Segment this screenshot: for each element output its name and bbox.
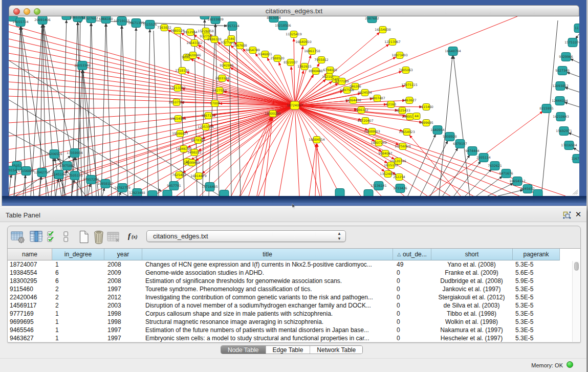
network-canvas[interactable]: 1405572420691406106532671527602646616010… [9,16,579,196]
cell-title: Estimation of significance thresholds fo… [145,277,392,286]
tab-network-table[interactable]: Network Table [310,346,362,354]
column-header-in_degree[interactable]: in_degree [52,249,104,260]
table-chooser-value: citations_edges.txt [153,232,208,240]
vertical-scrollbar[interactable] [572,261,580,342]
table-row[interactable]: 1830029562008Estimation of significance … [8,277,580,286]
select-columns-icon[interactable] [30,230,43,246]
svg-text:1112: 1112 [575,26,579,30]
svg-text:17957255: 17957255 [83,178,99,181]
svg-text:10756928: 10756928 [395,144,411,148]
cell-short: Nakamura et al. (1997) [431,326,512,335]
cell-out_de: 0 [397,277,430,286]
svg-text:20691406: 20691406 [34,18,51,21]
svg-text:6794028: 6794028 [323,68,337,72]
column-header-short[interactable]: short [431,249,513,260]
svg-text:12923448: 12923448 [129,191,145,194]
svg-text:9463627: 9463627 [402,98,417,102]
cell-short: Wolkin et al. (1998) [431,318,512,326]
svg-text:7515526: 7515526 [143,23,157,26]
table-row[interactable]: 2242004622012Investigating the contribut… [8,294,580,302]
table-settings-icon[interactable] [11,230,25,246]
svg-text:22420046: 22420046 [185,53,201,57]
table-panel: Table Panel ✕ [0,206,586,372]
svg-text:2588520: 2588520 [270,56,285,60]
table-row[interactable]: 969969511998Structural magnetic resonanc… [8,318,580,326]
network-graph-svg[interactable]: 1405572420691406106532671527602646616010… [9,16,579,196]
svg-text:8215955: 8215955 [539,106,554,110]
tab-node-table[interactable]: Node Table [221,346,266,354]
canvas-resize-grip[interactable] [572,189,578,194]
cell-pagerank: 5.3E-5 [515,286,559,294]
close-panel-icon[interactable]: ✕ [575,211,582,218]
svg-text:10654112: 10654112 [509,179,526,183]
cell-year: 2008 [107,261,141,269]
cell-in_degree: 2 [55,302,103,310]
svg-text:15720407: 15720407 [357,119,374,122]
svg-text:20206516: 20206516 [46,152,62,156]
window-titlebar[interactable]: citations_edges.txt [9,5,579,16]
table-row[interactable]: 1938455462009Genome-wide association stu… [8,269,580,277]
combo-arrows-icon: ▲▼ [337,231,341,242]
delete-rows-icon[interactable] [93,230,105,246]
svg-text:9777169: 9777169 [335,79,349,83]
svg-text:62160: 62160 [386,102,396,106]
cell-pagerank: 5.9E-5 [515,277,559,286]
select-rows-icon[interactable] [47,230,58,246]
cell-year: 2009 [107,269,141,277]
table-chooser-combobox[interactable]: citations_edges.txt ▲▼ [146,230,346,242]
mouse-cursor [292,204,296,208]
svg-text:20053346: 20053346 [74,63,91,67]
svg-text:16914479: 16914479 [190,174,207,178]
column-header-label: year [117,251,129,258]
svg-text:18724007: 18724007 [287,103,303,107]
svg-text:7625402: 7625402 [172,173,186,177]
table-tabs: Node TableEdge TableNetwork Table [221,345,363,354]
column-header-year[interactable]: year [104,249,142,260]
node-table: namein_degreeyeartitle△out_de...shortpag… [8,248,580,342]
column-header-name[interactable]: name [8,249,52,260]
new-document-icon[interactable] [78,230,90,246]
svg-text:9146821: 9146821 [258,52,272,56]
cell-out_de: 0 [397,318,430,326]
svg-text:16046798: 16046798 [176,147,192,150]
svg-text:7632621: 7632621 [488,164,502,167]
svg-text:5938928: 5938928 [443,135,457,138]
row-height-icon[interactable] [63,230,69,246]
svg-text:17016504: 17016504 [561,143,577,147]
column-header-title[interactable]: title [142,249,393,260]
svg-text:8678332: 8678332 [191,138,205,142]
cell-short: de Silva et al. (2003) [431,302,512,310]
column-header-out_de[interactable]: △out_de... [393,249,431,260]
svg-text:12093852: 12093852 [552,84,569,87]
svg-text:19654923: 19654923 [399,130,415,134]
table-row[interactable]: 1456911722003Disruption of a novel membe… [8,302,580,310]
svg-text:6466160: 6466160 [99,17,113,20]
svg-text:17359934: 17359934 [67,151,83,155]
cell-pagerank: 5.3E-5 [515,302,559,310]
svg-text:12213967: 12213967 [384,40,401,43]
table-row[interactable]: 911546021997Tourette syndrome. Phenomeno… [8,286,580,294]
cell-title: Estimation of the future numbers of pati… [145,326,392,335]
svg-text:15136141: 15136141 [371,184,387,187]
svg-text:7485063: 7485063 [399,68,413,72]
svg-text:(x): (x) [132,234,138,240]
cell-title: Changes of HCN gene expression and I(f) … [145,261,392,269]
table-row[interactable]: 1872400712008Changes of HCN gene express… [8,261,580,269]
table-row[interactable]: 977716911998Corpus callosum shape and si… [8,310,580,318]
svg-text:18300295: 18300295 [265,112,281,115]
scrollbar-thumb[interactable] [574,262,579,271]
svg-text:14055724: 14055724 [12,20,29,24]
column-header-label: out_de... [403,251,427,258]
column-header-pagerank[interactable]: pagerank [513,249,560,260]
column-header-label: title [263,251,272,258]
network-window: citations_edges.txt 14055724206914061065… [9,5,579,196]
table-row[interactable]: 946554611997Estimation of the future num… [8,326,580,335]
svg-text:546: 546 [228,37,234,40]
svg-text:16671355: 16671355 [128,21,144,25]
float-panel-icon[interactable] [563,211,571,219]
svg-text:1145194: 1145194 [52,172,66,176]
tab-edge-table[interactable]: Edge Table [266,346,310,354]
table-row[interactable]: 946362711997Embryonic stem cells: a mode… [8,335,580,343]
cell-in_degree: 2 [55,286,103,294]
function-builder-icon[interactable]: f (x) [127,230,141,244]
